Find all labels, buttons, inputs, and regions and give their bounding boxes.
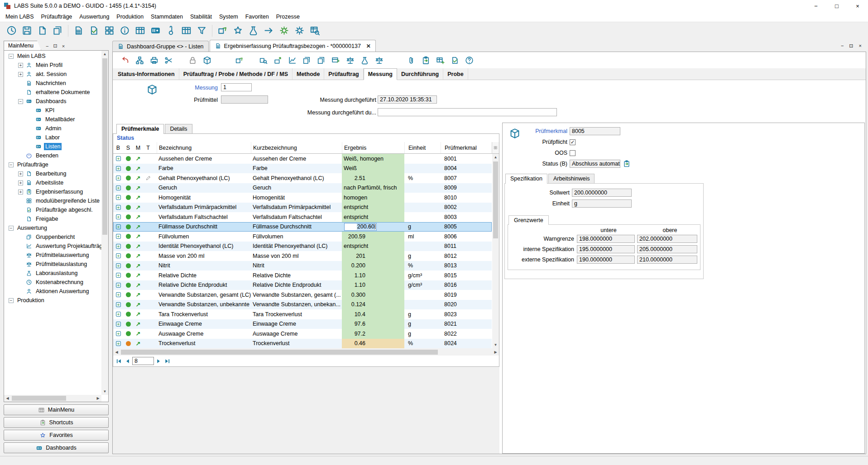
sidebar-minimize-icon[interactable]: − [46, 43, 48, 50]
document-tab-dashboard-gruppe-listen[interactable]: Dashboard-Gruppe <> - Listen [112, 41, 209, 52]
detail-tab-spezifikation[interactable]: Spezifikation [505, 174, 547, 184]
column-kurzbezeichnung[interactable]: Kurzbezeichnung [251, 142, 342, 153]
box-transfer-icon[interactable] [216, 24, 230, 38]
grid-row-8016[interactable]: ↗Relative Dichte EndproduktRelative Dich… [113, 280, 492, 290]
row-action-icon[interactable] [113, 280, 123, 290]
ergebnis-cell[interactable]: 200.60 [342, 222, 404, 232]
dashboard-icon[interactable] [149, 24, 163, 38]
tree-item-bearbeitung[interactable]: +Bearbeitung [4, 169, 101, 178]
assign-box-icon[interactable] [233, 54, 245, 66]
menu-auswertung[interactable]: Auswertung [76, 12, 113, 21]
tree-item-kostenabrechnung[interactable]: Kostenabrechnung [4, 278, 101, 287]
tree-item-auswertung-projektauftr-ge[interactable]: Auswertung Projektaufträge [4, 242, 101, 251]
ergebnis-cell[interactable]: 97.2 [342, 329, 404, 339]
scroll-up-icon[interactable]: ▲ [101, 51, 108, 57]
forward-icon[interactable] [262, 24, 276, 38]
tree-item-metallb-der[interactable]: Metallbäder [4, 115, 101, 124]
ergebnis-cell[interactable]: nach Parfümöl, frisch [342, 183, 404, 193]
grid-row-8002[interactable]: ↗Verfallsdatum PrimärpackmittelVerfallsd… [113, 203, 492, 213]
grid-row-8009[interactable]: ↗GeruchGeruchnach Parfümöl, frisch8009 [113, 183, 492, 193]
grid-row-8006[interactable]: ↗FüllvolumenFüllvolumen200.59ml8006 [113, 232, 492, 242]
module-overview-icon[interactable] [102, 24, 116, 38]
messung-input[interactable]: 1 [221, 83, 252, 91]
balance-large-icon[interactable] [344, 54, 356, 66]
duplicate-results-icon[interactable] [315, 54, 327, 66]
expand-icon[interactable]: + [18, 180, 23, 185]
tree-item-akt-session[interactable]: +akt. Session [4, 70, 101, 79]
grid-row-8015[interactable]: ↗Relative DichteRelative Dichte1.10g/cm³… [113, 270, 492, 280]
row-action-icon[interactable] [113, 251, 123, 261]
laboratory-icon[interactable] [246, 24, 260, 38]
minimize-button[interactable]: − [806, 0, 826, 12]
attachment-icon[interactable] [405, 54, 417, 66]
grid-horizontal-scrollbar[interactable]: ◀ ▶ [113, 348, 499, 356]
ergebnis-cell[interactable]: 1.10 [342, 270, 404, 280]
settings-icon[interactable] [293, 24, 307, 38]
row-action-icon[interactable] [113, 203, 123, 213]
grid-row-8022[interactable]: ↗Auswaage CremeAuswaage Creme97.2g8022 [113, 329, 492, 339]
undo-icon[interactable] [119, 54, 131, 66]
collapse-icon[interactable]: − [9, 298, 14, 303]
tree-item-erhaltene-dokumente[interactable]: erhaltene Dokumente [4, 88, 101, 97]
collapse-icon[interactable]: − [9, 54, 14, 59]
tree-item-auswertung[interactable]: −Auswertung [4, 223, 101, 232]
ergebnis-cell[interactable]: homogen [342, 193, 404, 203]
row-action-icon[interactable] [113, 270, 123, 280]
grid-row-8012[interactable]: ↗Masse von 200 mlMasse von 200 ml201g801… [113, 251, 492, 261]
tree-item-nachrichten[interactable]: Nachrichten [4, 79, 101, 88]
grid-tab-details[interactable]: Details [165, 124, 192, 133]
box-checkout-icon[interactable] [272, 54, 284, 66]
ergebnis-cell[interactable]: 97.6 [342, 319, 404, 329]
tree-vertical-scrollbar[interactable]: ▲ ▼ [101, 51, 108, 395]
grid-row-8004[interactable]: ↗FarbeFarbeWeiß8004 [113, 164, 492, 174]
ergebnis-cell[interactable]: 10.4 [342, 309, 404, 319]
expand-icon[interactable]: + [18, 63, 23, 68]
record-number-input[interactable]: 8 [132, 357, 154, 365]
sidebar-button-dashboards[interactable]: Dashboards [4, 442, 109, 453]
untere-input[interactable]: 195.0000000 [577, 245, 635, 253]
sollwert-input[interactable]: 200.0000000 [572, 189, 632, 197]
row-action-icon[interactable] [113, 173, 123, 183]
row-action-icon[interactable] [113, 193, 123, 203]
menu-favoriten[interactable]: Favoriten [242, 12, 273, 21]
settings-module-icon[interactable] [277, 24, 291, 38]
sidebar-button-favorites[interactable]: Favorites [4, 430, 109, 441]
untere-input[interactable]: 198.0000000 [577, 235, 635, 243]
status-b-input[interactable]: Abschluss automat. [570, 160, 620, 168]
last-record-button[interactable] [163, 357, 171, 365]
tree-item-beenden[interactable]: Beenden [4, 151, 101, 160]
release-check-icon[interactable] [87, 24, 101, 38]
sidebar-button-mainmenu[interactable]: MainMenu [4, 404, 109, 415]
next-record-button[interactable] [155, 357, 163, 365]
obere-input[interactable]: 205.0000000 [637, 245, 697, 253]
pruefpflicht-checkbox[interactable]: ✓ [570, 139, 575, 145]
ergebnis-cell[interactable]: 1.10 [342, 280, 404, 290]
row-action-icon[interactable] [113, 329, 123, 339]
section-tab-status-informationen[interactable]: Status-Informationen [114, 68, 179, 80]
collapse-icon[interactable]: − [9, 226, 14, 231]
search-box-icon[interactable] [257, 54, 269, 66]
worklist-icon[interactable] [72, 24, 86, 38]
row-action-icon[interactable] [113, 154, 123, 164]
ergebnis-cell[interactable]: entspricht [342, 203, 404, 213]
column-b[interactable]: B [113, 145, 123, 151]
column-m[interactable]: M [133, 145, 143, 151]
untere-input[interactable]: 190.0000000 [577, 256, 635, 264]
help-icon[interactable] [463, 54, 475, 66]
row-action-icon[interactable] [113, 232, 123, 242]
mdi-close-icon[interactable]: × [859, 43, 862, 49]
grid-row-8007[interactable]: ↗Gehalt Phenoxyethanol (LC)Gehalt Phenox… [113, 173, 492, 183]
expand-icon[interactable]: + [18, 72, 23, 77]
tree-item-ergebniserfassung[interactable]: +Ergebniserfassung [4, 187, 101, 196]
row-action-icon[interactable] [113, 261, 123, 271]
row-action-icon[interactable] [113, 242, 123, 251]
column-s[interactable]: S [123, 145, 133, 151]
column-chooser-button[interactable] [492, 142, 499, 154]
pruefmerkmal-input[interactable]: 8005 [570, 127, 620, 135]
durchgefuehrt-durch-input[interactable] [378, 108, 557, 116]
sidebar-close-icon[interactable]: × [62, 43, 65, 50]
section-tab-durchf-hrung[interactable]: Durchführung [397, 68, 443, 80]
row-action-icon[interactable] [113, 164, 123, 174]
lock-icon[interactable] [187, 54, 199, 66]
row-action-icon[interactable] [113, 222, 123, 232]
